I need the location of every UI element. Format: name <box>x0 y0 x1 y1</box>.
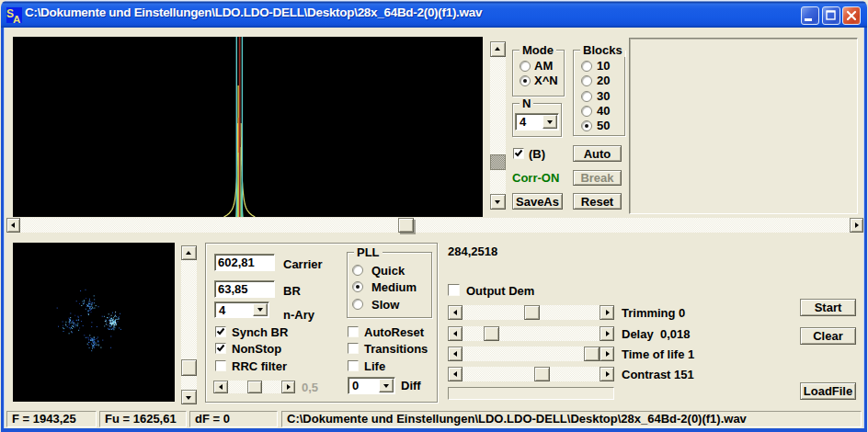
svg-text:A: A <box>13 14 20 24</box>
